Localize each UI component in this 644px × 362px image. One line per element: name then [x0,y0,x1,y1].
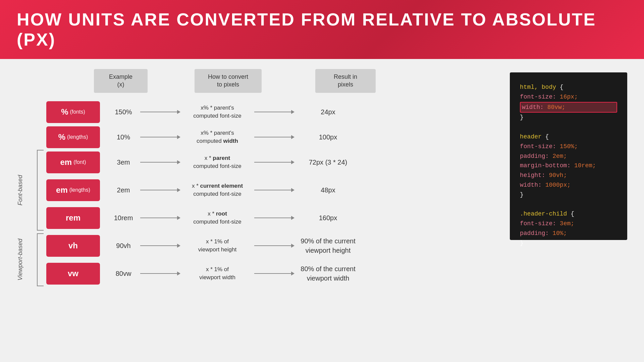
unit-sub-text: (fonts) [70,109,85,115]
code-token: width: [522,104,547,111]
code-line: header { [520,132,617,142]
col-header-result: Result inpixels [315,69,376,93]
code-line [520,200,617,209]
code-token: } [520,191,524,198]
code-token: 3em; [560,220,574,227]
example-value: 2em [107,186,140,194]
result-value: 72px (3 * 24) [294,158,362,167]
arrow-1 [140,216,180,220]
code-line: width: 80vw; [520,102,617,113]
unit-badge-vw: vw [46,263,100,285]
convert-text: x% * parent'scomputed width [180,129,254,145]
row-percent-fonts: % (fonts) 150% x% * parent'scomputed fon… [46,100,496,125]
section-label-container: Font-based [17,150,37,231]
convert-text: x * 1% ofviewport height [180,238,254,254]
example-value: 90vh [107,242,140,250]
arrow-2 [254,188,294,192]
col-header-example: Example(x) [94,69,148,93]
code-line: html, body { [520,82,617,92]
unit-text: rem [66,213,80,223]
arrow-2 [254,216,294,220]
code-token: 80vw; [547,104,566,111]
code-token: 150%; [560,143,578,150]
code-token: margin-bottom: [520,162,574,169]
code-line: width: 1000px; [520,180,617,190]
result-value: 80% of the currentviewport width [294,264,362,283]
result-value: 48px [294,185,362,195]
section-bracket-vp [37,233,44,286]
code-panel: html, body { font-size: 16px; width: 80v… [510,72,627,240]
unit-text: em [56,185,68,195]
code-token: html, body [520,84,556,90]
unit-text: % [61,107,68,117]
code-line: padding: 2em; [520,152,617,161]
code-token: 10rem; [574,162,596,169]
code-token: { [567,210,574,217]
code-line: font-size: 150%; [520,142,617,152]
code-token: header [520,133,542,140]
code-token: font-size: [520,220,560,227]
font-based-label: Font-based [17,175,24,205]
unit-sub-text: (font) [73,159,86,165]
arrow-2 [254,110,294,114]
viewport-based-label: Viewport-based [17,239,24,281]
header-banner: HOW UNITS ARE CONVERTED FROM RELATIVE TO… [0,0,644,59]
page-title: HOW UNITS ARE CONVERTED FROM RELATIVE TO… [17,9,627,50]
code-line: font-size: 3em; [520,219,617,229]
convert-text: x * parentcomputed font-size [180,154,254,170]
arrow-2 [254,244,294,248]
code-line: padding: 10%; [520,229,617,238]
convert-text: x * rootcomputed font-size [180,210,254,226]
arrow-1 [140,160,180,164]
col-header-convert: How to convertto pixels [195,69,262,93]
unit-badge-em-font: em (font) [46,152,100,173]
column-headers: Example(x) How to convertto pixels Resul… [94,69,496,93]
font-based-rows: em (font) 3em x * parentcomputed font-si… [46,150,496,231]
arrow-2 [254,135,294,139]
example-value: 150% [107,108,140,116]
code-line: height: 90vh; [520,171,617,180]
convert-text: x * 1% ofviewport width [180,265,254,282]
unit-text: % [58,132,65,142]
arrow-2 [254,272,294,276]
unit-badge-rem: rem [46,207,100,229]
unit-badge-em-lengths: em (lengths) [46,179,100,201]
row-rem: rem 10rem x * rootcomputed font-size 160… [46,205,496,231]
code-token: padding: [520,153,552,160]
code-token: font-size: [520,94,560,100]
code-token: padding: [520,230,552,237]
section-bracket [37,150,44,231]
unit-text: em [60,158,72,167]
standalone-rows: % (fonts) 150% x% * parent'scomputed fon… [17,100,496,289]
code-token: { [556,84,564,90]
unit-badge-percent-fonts: % (fonts) [46,101,100,123]
code-token: 10%; [552,230,567,237]
code-token: 1000px; [545,182,571,188]
result-value: 24px [294,107,362,117]
code-token: .header-child [520,210,567,217]
viewport-based-rows: vh 90vh x * 1% ofviewport height 90% of … [46,233,496,286]
convert-text: x * current elementcomputed font-size [180,182,254,198]
unit-sub-text: (lengths) [69,187,90,193]
code-line: .header-child { [520,209,617,219]
result-value: 90% of the currentviewport height [294,236,362,255]
unit-badge-percent-lengths: % (lengths) [46,126,100,148]
convert-text: x% * parent'scomputed font-size [180,104,254,120]
code-token: font-size: [520,143,560,150]
result-value: 160px [294,213,362,223]
arrow-1 [140,272,180,276]
row-vh: vh 90vh x * 1% ofviewport height 90% of … [46,233,496,258]
arrow-1 [140,110,180,114]
code-line: font-size: 16px; [520,92,617,102]
code-token: { [542,133,549,140]
code-line [520,122,617,132]
code-token: } [520,114,524,121]
code-token: 90vh; [549,172,567,179]
table-section: Example(x) How to convertto pixels Resul… [17,69,496,289]
font-based-section: Font-based em (font) 3em x * parentcompu… [17,150,496,231]
example-value: 10% [107,133,140,141]
unit-badge-vh: vh [46,235,100,257]
code-line: margin-bottom: 10rem; [520,161,617,171]
section-label-container-vp: Viewport-based [17,233,37,286]
row-vw: vw 80vw x * 1% ofviewport width 80% of t… [46,261,496,286]
